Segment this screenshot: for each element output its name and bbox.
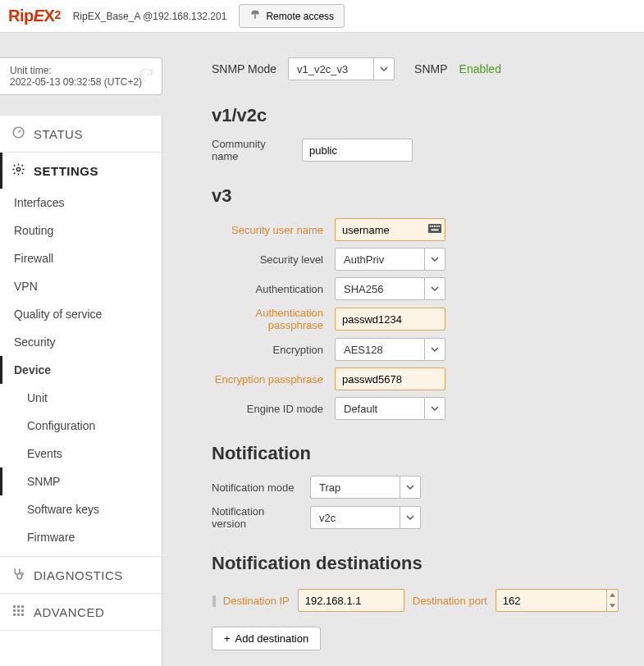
remote-access-label: Remote access (266, 11, 334, 22)
notif-ver-select[interactable]: v2c (310, 506, 421, 529)
svg-rect-11 (21, 614, 24, 616)
nav-security[interactable]: Security (0, 328, 162, 356)
engine-label: Engine ID mode (212, 403, 335, 415)
nav-snmp[interactable]: SNMP (0, 468, 162, 495)
nav-advanced[interactable]: ADVANCED (0, 594, 162, 630)
nav-configuration[interactable]: Configuration (0, 412, 162, 440)
nav-events[interactable]: Events (0, 440, 162, 468)
stethoscope-icon (11, 567, 25, 583)
auth-pass-label: Authentication passphrase (212, 307, 335, 331)
snmp-status: Enabled (459, 62, 501, 75)
svg-rect-3 (13, 605, 16, 608)
keyboard-icon[interactable] (427, 223, 442, 237)
nav-firmware[interactable]: Firmware (0, 523, 162, 551)
nav-routing[interactable]: Routing (0, 217, 162, 244)
nav-status[interactable]: STATUS (0, 116, 162, 152)
device-address: RipEX_Base_A @192.168.132.201 (73, 11, 227, 22)
step-up-icon[interactable] (607, 590, 618, 600)
sec-user-label: Security user name (212, 224, 335, 236)
nav-swkeys[interactable]: Software keys (0, 495, 162, 523)
unit-time-box: Unit time: 2022-05-13 09:32:58 (UTC+2) (0, 57, 162, 95)
unit-time-label: Unit time: (10, 65, 152, 76)
svg-rect-17 (439, 226, 441, 227)
nav-interfaces[interactable]: Interfaces (0, 189, 162, 217)
svg-rect-14 (432, 226, 433, 227)
chevron-down-icon (400, 507, 419, 528)
svg-rect-16 (436, 226, 438, 227)
sec-level-label: Security level (212, 253, 335, 266)
nav-firewall[interactable]: Firewall (0, 244, 162, 272)
nav-qos[interactable]: Quality of service (0, 300, 162, 328)
auth-label: Authentication (212, 283, 335, 295)
v3-heading: v3 (212, 185, 628, 207)
dest-port-label: Destination port (413, 595, 487, 607)
svg-rect-6 (13, 609, 16, 612)
svg-rect-4 (17, 605, 20, 608)
logo: RipEX2 (8, 7, 61, 25)
nav-device[interactable]: Device (0, 356, 162, 384)
notif-mode-select[interactable]: Trap (310, 476, 421, 499)
gauge-icon (11, 125, 25, 142)
svg-rect-7 (17, 609, 20, 612)
refresh-icon[interactable] (137, 66, 155, 87)
auth-pass-input[interactable] (335, 308, 445, 331)
add-destination-button[interactable]: + Add destination (212, 627, 321, 650)
chevron-down-icon (400, 477, 419, 498)
dest-heading: Notification destinations (212, 553, 628, 574)
sec-level-select[interactable]: AuthPriv (335, 248, 445, 271)
snmp-mode-label: SNMP Mode (212, 62, 276, 75)
enc-pass-input[interactable] (335, 367, 445, 390)
svg-rect-9 (13, 614, 16, 616)
notif-heading: Notification (212, 443, 628, 464)
snmp-label: SNMP (414, 62, 447, 75)
svg-rect-12 (428, 224, 441, 233)
enc-select[interactable]: AES128 (335, 338, 445, 361)
community-name-label: Community name (212, 138, 302, 162)
nav-unit[interactable]: Unit (0, 384, 162, 412)
chevron-down-icon (424, 339, 444, 360)
number-stepper[interactable] (606, 590, 618, 611)
nav-settings[interactable]: SETTINGS (0, 153, 162, 189)
dest-ip-input[interactable] (298, 589, 404, 612)
svg-rect-5 (21, 605, 24, 608)
chevron-down-icon (424, 249, 444, 270)
auth-select[interactable]: SHA256 (335, 277, 445, 300)
svg-rect-8 (21, 609, 24, 612)
nav-diagnostics[interactable]: DIAGNOSTICS (0, 557, 162, 593)
side-nav: STATUS SETTINGS Interfaces Routing Firew… (0, 116, 162, 666)
dest-ip-label: Destination IP (223, 595, 290, 607)
chevron-down-icon (424, 398, 444, 419)
svg-rect-18 (432, 229, 439, 230)
enc-pass-label: Encryption passphrase (212, 373, 335, 385)
v1v2c-heading: v1/v2c (212, 105, 628, 126)
svg-point-1 (16, 167, 20, 171)
svg-point-2 (21, 572, 23, 575)
grid-icon (11, 604, 25, 620)
drag-handle-icon[interactable]: || (212, 594, 215, 607)
dest-row: || Destination IP Destination port (212, 586, 628, 615)
main-content: SNMP Mode v1_v2c_v3 SNMP Enabled v1/v2c … (162, 57, 644, 666)
top-bar: RipEX2 RipEX_Base_A @192.168.132.201 Rem… (0, 0, 644, 33)
step-down-icon[interactable] (607, 600, 618, 611)
snmp-mode-select[interactable]: v1_v2c_v3 (288, 57, 395, 80)
nav-vpn[interactable]: VPN (0, 272, 162, 300)
svg-rect-13 (430, 226, 432, 227)
community-name-input[interactable] (302, 139, 413, 162)
engine-select[interactable]: Default (335, 397, 445, 420)
enc-label: Encryption (212, 344, 335, 356)
unit-time-value: 2022-05-13 09:32:58 (UTC+2) (10, 76, 152, 88)
dest-port-input[interactable] (496, 590, 603, 611)
svg-rect-10 (17, 614, 20, 616)
gear-icon (11, 162, 25, 179)
notif-ver-label: Notification version (212, 505, 310, 530)
chevron-down-icon (373, 58, 393, 80)
antenna-icon (249, 9, 261, 23)
remote-access-button[interactable]: Remote access (239, 4, 345, 28)
notif-mode-label: Notification mode (212, 481, 310, 494)
svg-rect-15 (434, 226, 436, 227)
plus-icon: + (224, 632, 231, 645)
chevron-down-icon (424, 278, 444, 299)
